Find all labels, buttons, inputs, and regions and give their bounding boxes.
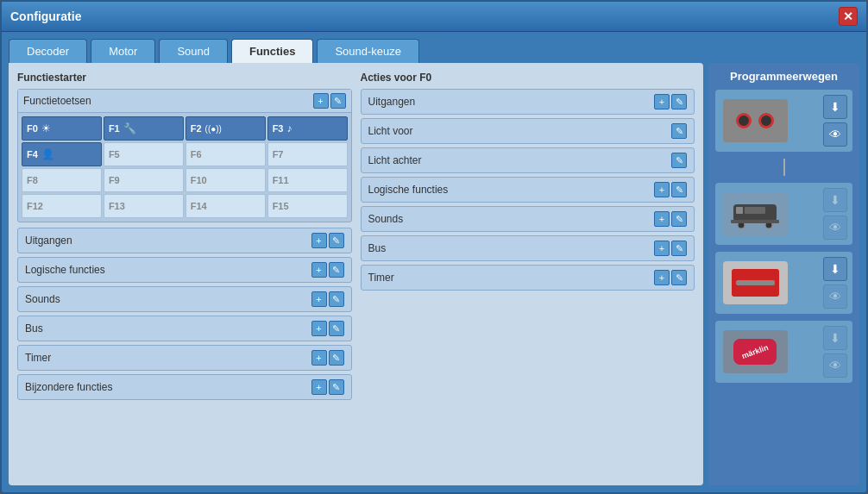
left-row-logische-label: Logische functies — [25, 264, 105, 276]
fk-header-label: Functietoetsen — [23, 95, 91, 107]
right-row-bus-label: Bus — [368, 242, 387, 254]
usb-view-button[interactable]: 👁 — [823, 353, 847, 378]
right-timer-edit[interactable]: ✎ — [671, 270, 687, 285]
left-timer-btns: + ✎ — [311, 350, 344, 366]
fk-add-button[interactable]: + — [313, 93, 329, 109]
content-area: Functiestarter Functietoetsen + ✎ F0 — [2, 63, 866, 492]
left-logische-edit[interactable]: ✎ — [329, 262, 344, 278]
fn-cell-f1[interactable]: F1 🔧 — [104, 116, 184, 141]
train-illustration — [723, 192, 788, 235]
decoder-device-actions: ⬇ 👁 — [823, 257, 847, 309]
fn-cell-f7[interactable]: F7 — [267, 142, 348, 166]
right-uitgangen-edit[interactable]: ✎ — [671, 94, 687, 109]
left-bus-add[interactable]: + — [311, 321, 327, 336]
train-view-button[interactable]: 👁 — [823, 216, 847, 240]
fn-cell-f12[interactable]: F12 — [22, 194, 102, 218]
track-circle-left — [736, 113, 752, 128]
fn-cell-f14[interactable]: F14 — [186, 194, 266, 218]
right-section-title: Acties voor F0 — [361, 72, 695, 84]
right-timer-btns: + ✎ — [654, 270, 687, 285]
track-illustration — [723, 99, 788, 142]
left-row-bijzondere: Bijzondere functies + ✎ — [17, 374, 352, 400]
left-row-bijzondere-label: Bijzondere functies — [25, 381, 112, 393]
fn-cell-f2[interactable]: F2 ((●)) — [186, 116, 266, 141]
fn-cell-f6[interactable]: F6 — [186, 142, 266, 166]
device-track-image — [720, 97, 789, 145]
left-section-title: Functiestarter — [17, 72, 352, 84]
right-row-licht-achter: Licht achter ✎ — [361, 147, 695, 173]
tab-sound-keuze[interactable]: Sound-keuze — [317, 39, 419, 63]
right-row-timer: Timer + ✎ — [361, 265, 695, 291]
left-sounds-add[interactable]: + — [311, 291, 327, 307]
left-logische-add[interactable]: + — [311, 262, 327, 278]
fn-cell-f8[interactable]: F8 — [22, 168, 102, 192]
right-licht-voor-edit[interactable]: ✎ — [671, 123, 687, 139]
left-uitgangen-edit[interactable]: ✎ — [329, 233, 344, 248]
left-sounds-edit[interactable]: ✎ — [329, 291, 344, 307]
right-row-logische: Logische functies + ✎ — [361, 177, 695, 203]
tab-motor[interactable]: Motor — [91, 39, 155, 63]
right-logische-add[interactable]: + — [654, 182, 670, 197]
left-timer-edit[interactable]: ✎ — [329, 350, 344, 366]
left-timer-add[interactable]: + — [311, 350, 327, 366]
right-uitgangen-add[interactable]: + — [654, 94, 670, 109]
right-bus-edit[interactable]: ✎ — [671, 241, 687, 256]
decoder-body — [732, 269, 779, 297]
fk-edit-button[interactable]: ✎ — [330, 93, 346, 109]
fn-cell-f4[interactable]: F4 👤 — [22, 142, 102, 166]
left-row-sounds-label: Sounds — [25, 293, 60, 305]
right-licht-achter-edit[interactable]: ✎ — [671, 153, 687, 168]
device-card-decoder: ⬇ 👁 — [715, 252, 852, 314]
left-row-uitgangen-label: Uitgangen — [25, 234, 72, 247]
track-view-button[interactable]: 👁 — [823, 122, 847, 147]
fk-icon-btns: + ✎ — [313, 93, 346, 109]
track-download-button[interactable]: ⬇ — [823, 95, 847, 119]
train-download-button[interactable]: ⬇ — [823, 188, 847, 212]
right-timer-add[interactable]: + — [654, 270, 670, 285]
left-bijzondere-edit[interactable]: ✎ — [329, 379, 344, 395]
left-uitgangen-add[interactable]: + — [311, 233, 327, 248]
usb-download-button[interactable]: ⬇ — [823, 326, 847, 350]
track-circle-right — [758, 113, 774, 128]
train-svg — [729, 197, 781, 230]
fn-cell-f13[interactable]: F13 — [104, 194, 184, 218]
left-row-logische: Logische functies + ✎ — [17, 257, 352, 283]
left-bijzondere-add[interactable]: + — [311, 379, 327, 395]
right-row-uitgangen: Uitgangen + ✎ — [361, 89, 695, 115]
window-title: Configuratie — [10, 9, 81, 23]
fn-cell-f15[interactable]: F15 — [267, 194, 348, 218]
fn-cell-f11[interactable]: F11 — [267, 168, 348, 192]
fn-cell-f10[interactable]: F10 — [186, 168, 266, 192]
tab-functies[interactable]: Functies — [231, 39, 313, 63]
right-bus-add[interactable]: + — [654, 241, 670, 256]
left-bus-edit[interactable]: ✎ — [329, 321, 344, 336]
right-row-licht-voor: Licht voor ✎ — [361, 118, 695, 144]
close-button[interactable]: ✕ — [839, 7, 858, 26]
decoder-download-button[interactable]: ⬇ — [823, 257, 847, 281]
left-logische-btns: + ✎ — [311, 262, 344, 278]
fn-cell-f3[interactable]: F3 ♪ — [267, 116, 348, 141]
device-train-image — [720, 191, 789, 238]
right-panel: Acties voor F0 Uitgangen + ✎ Licht voor … — [361, 72, 695, 477]
left-row-timer: Timer + ✎ — [17, 345, 352, 371]
fn-cell-f9[interactable]: F9 — [104, 168, 184, 192]
decoder-illustration — [723, 261, 788, 304]
fn-cell-f0[interactable]: F0 ☀ — [22, 116, 102, 141]
right-row-logische-label: Logische functies — [368, 184, 449, 196]
fn-cell-f5[interactable]: F5 — [104, 142, 184, 166]
left-row-timer-label: Timer — [25, 352, 51, 364]
usb-illustration: märklin — [723, 330, 788, 373]
tab-decoder[interactable]: Decoder — [9, 39, 87, 63]
tab-sound[interactable]: Sound — [159, 39, 228, 63]
right-row-sounds-label: Sounds — [368, 213, 404, 225]
side-panel-title: Programmeerwegen — [715, 70, 852, 83]
decoder-view-button[interactable]: 👁 — [823, 285, 847, 309]
usb-body: märklin — [733, 339, 777, 365]
right-sounds-edit[interactable]: ✎ — [671, 211, 687, 227]
right-licht-achter-btns: ✎ — [671, 153, 687, 168]
svg-rect-1 — [736, 207, 743, 214]
right-sounds-add[interactable]: + — [654, 211, 670, 227]
device-card-track: ⬇ 👁 — [715, 90, 852, 152]
right-logische-edit[interactable]: ✎ — [671, 182, 687, 197]
svg-rect-2 — [745, 207, 765, 214]
